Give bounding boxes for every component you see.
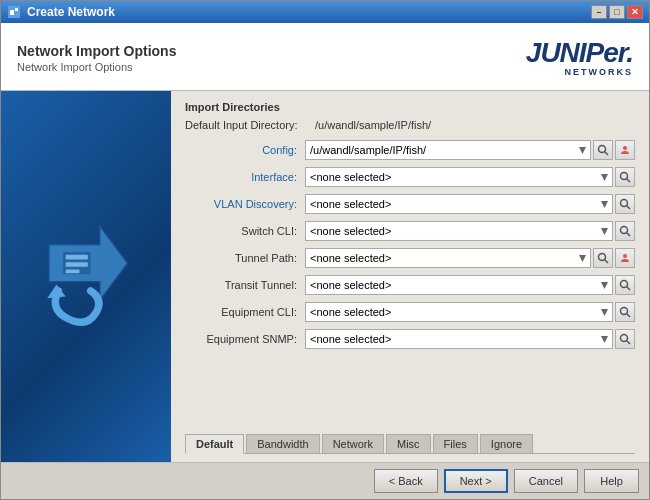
search-button-3[interactable] — [615, 221, 635, 241]
header-area: Network Import Options Network Import Op… — [1, 23, 649, 91]
header-text: Network Import Options Network Import Op… — [17, 43, 176, 73]
svg-line-21 — [627, 287, 631, 291]
svg-marker-3 — [47, 284, 65, 298]
svg-line-16 — [627, 233, 631, 237]
network-icon — [26, 217, 146, 337]
svg-point-8 — [599, 146, 606, 153]
juniper-logo: JUNIPer. NETWORKS — [526, 39, 633, 77]
svg-line-18 — [605, 260, 609, 264]
combo-wrapper-0: /u/wandl/sample/IP/fish/ — [305, 140, 635, 160]
svg-point-17 — [599, 254, 606, 261]
form-label-2: VLAN Discovery: — [185, 198, 305, 210]
window: Create Network – □ ✕ Network Import Opti… — [0, 0, 650, 500]
form-row: Equipment SNMP:<none selected> — [185, 328, 635, 350]
form-label-4: Tunnel Path: — [185, 252, 305, 264]
sub-title: Network Import Options — [17, 61, 176, 73]
search-button-7[interactable] — [615, 329, 635, 349]
minimize-button[interactable]: – — [591, 5, 607, 19]
combo-select-4[interactable]: <none selected> — [305, 248, 591, 268]
tabs-row: DefaultBandwidthNetworkMiscFilesIgnore — [185, 434, 635, 454]
tabs-area: DefaultBandwidthNetworkMiscFilesIgnore — [185, 434, 635, 454]
combo-select-6[interactable]: <none selected> — [305, 302, 613, 322]
default-dir-label: Default Input Directory: — [185, 119, 315, 131]
svg-line-14 — [627, 206, 631, 210]
svg-line-9 — [605, 152, 609, 156]
maximize-button[interactable]: □ — [609, 5, 625, 19]
next-button[interactable]: Next > — [444, 469, 508, 493]
combo-wrapper-1: <none selected> — [305, 167, 635, 187]
tab-bandwidth[interactable]: Bandwidth — [246, 434, 319, 453]
svg-point-15 — [621, 227, 628, 234]
svg-point-24 — [621, 335, 628, 342]
title-bar: Create Network – □ ✕ — [1, 1, 649, 23]
svg-rect-7 — [66, 269, 80, 273]
combo-wrapper-3: <none selected> — [305, 221, 635, 241]
form-label-3: Switch CLI: — [185, 225, 305, 237]
back-button[interactable]: < Back — [374, 469, 438, 493]
tab-ignore[interactable]: Ignore — [480, 434, 533, 453]
juniper-name: JUNIPer. — [526, 39, 633, 67]
search-button-0[interactable] — [593, 140, 613, 160]
cancel-button[interactable]: Cancel — [514, 469, 578, 493]
svg-point-19 — [623, 254, 627, 258]
form-label-6: Equipment CLI: — [185, 306, 305, 318]
combo-select-3[interactable]: <none selected> — [305, 221, 613, 241]
form-label-1: Interface: — [185, 171, 305, 183]
form-row: Config:/u/wandl/sample/IP/fish/ — [185, 139, 635, 161]
form-row: VLAN Discovery:<none selected> — [185, 193, 635, 215]
svg-point-13 — [621, 200, 628, 207]
svg-point-20 — [621, 281, 628, 288]
tab-network[interactable]: Network — [322, 434, 384, 453]
form-row: Equipment CLI:<none selected> — [185, 301, 635, 323]
right-panel: Import Directories Default Input Directo… — [171, 91, 649, 462]
combo-select-1[interactable]: <none selected> — [305, 167, 613, 187]
window-icon — [7, 5, 21, 19]
form-rows: Config:/u/wandl/sample/IP/fish/Interface… — [185, 139, 635, 426]
default-dir-row: Default Input Directory: /u/wandl/sample… — [185, 119, 635, 131]
title-bar-buttons: – □ ✕ — [591, 5, 643, 19]
svg-rect-5 — [66, 254, 88, 259]
tab-files[interactable]: Files — [433, 434, 478, 453]
svg-line-25 — [627, 341, 631, 345]
window-title: Create Network — [27, 5, 591, 19]
search-button-5[interactable] — [615, 275, 635, 295]
search-button-2[interactable] — [615, 194, 635, 214]
svg-rect-1 — [10, 10, 14, 15]
combo-select-2[interactable]: <none selected> — [305, 194, 613, 214]
main-title: Network Import Options — [17, 43, 176, 59]
search-button-1[interactable] — [615, 167, 635, 187]
search-button-4[interactable] — [593, 248, 613, 268]
combo-wrapper-2: <none selected> — [305, 194, 635, 214]
juniper-networks: NETWORKS — [565, 67, 634, 77]
person-button-4[interactable] — [615, 248, 635, 268]
combo-wrapper-7: <none selected> — [305, 329, 635, 349]
svg-rect-6 — [66, 262, 88, 267]
combo-select-7[interactable]: <none selected> — [305, 329, 613, 349]
left-panel — [1, 91, 171, 462]
combo-select-0[interactable]: /u/wandl/sample/IP/fish/ — [305, 140, 591, 160]
default-dir-value: /u/wandl/sample/IP/fish/ — [315, 119, 431, 131]
combo-select-5[interactable]: <none selected> — [305, 275, 613, 295]
search-button-6[interactable] — [615, 302, 635, 322]
bottom-bar: < Back Next > Cancel Help — [1, 462, 649, 499]
form-label-7: Equipment SNMP: — [185, 333, 305, 345]
person-button-0[interactable] — [615, 140, 635, 160]
tab-default[interactable]: Default — [185, 434, 244, 454]
form-row: Interface:<none selected> — [185, 166, 635, 188]
svg-rect-2 — [15, 8, 18, 11]
form-label-5: Transit Tunnel: — [185, 279, 305, 291]
form-row: Transit Tunnel:<none selected> — [185, 274, 635, 296]
section-title: Import Directories — [185, 101, 635, 113]
form-label-0: Config: — [185, 144, 305, 156]
combo-wrapper-4: <none selected> — [305, 248, 635, 268]
svg-point-22 — [621, 308, 628, 315]
close-button[interactable]: ✕ — [627, 5, 643, 19]
svg-line-23 — [627, 314, 631, 318]
svg-line-12 — [627, 179, 631, 183]
tab-misc[interactable]: Misc — [386, 434, 431, 453]
svg-point-11 — [621, 173, 628, 180]
combo-wrapper-6: <none selected> — [305, 302, 635, 322]
main-content: Import Directories Default Input Directo… — [1, 91, 649, 462]
combo-wrapper-5: <none selected> — [305, 275, 635, 295]
help-button[interactable]: Help — [584, 469, 639, 493]
